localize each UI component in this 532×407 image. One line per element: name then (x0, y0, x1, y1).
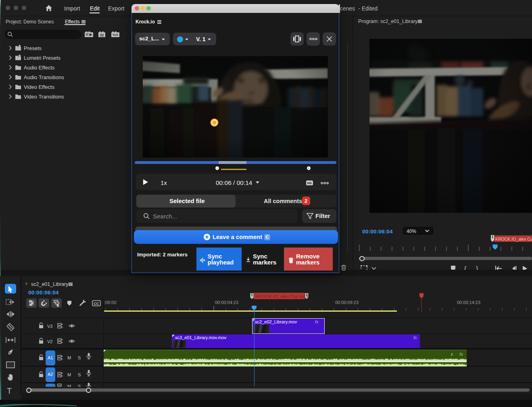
svg-text:KROCK.IO_alex Cut out th: KROCK.IO_alex Cut out th (255, 294, 309, 299)
svg-text:M: M (67, 355, 71, 360)
svg-text:CC: CC (94, 301, 99, 306)
svg-text:Lumetri Presets: Lumetri Presets (24, 55, 61, 61)
svg-text:Video Effects: Video Effects (24, 84, 55, 90)
svg-text:Video Transitions: Video Transitions (24, 94, 64, 100)
svg-text:32: 32 (100, 33, 104, 37)
svg-text:M: M (67, 372, 71, 377)
svg-text:YUV: YUV (113, 34, 119, 36)
svg-text:V3: V3 (47, 324, 52, 329)
svg-text:S: S (78, 355, 81, 360)
svg-text:T: T (7, 386, 12, 395)
svg-text:Audio Effects: Audio Effects (24, 65, 55, 71)
svg-text:S: S (78, 372, 81, 377)
svg-text:V2: V2 (47, 339, 52, 344)
svg-text:Presets: Presets (24, 45, 42, 51)
svg-text:Audio Transitions: Audio Transitions (24, 74, 64, 80)
